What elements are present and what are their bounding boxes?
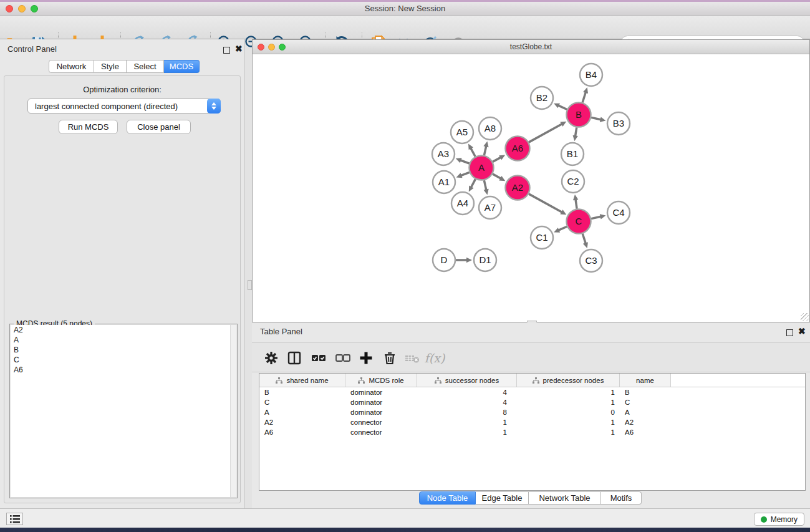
edge-arrowhead [583, 242, 588, 248]
graph-edge[interactable] [493, 157, 501, 162]
control-panel: Control Panel ✖ Network Style Select MCD… [0, 39, 244, 508]
graph-edge[interactable] [582, 234, 586, 244]
graph-edge[interactable] [529, 194, 562, 213]
tab-select[interactable]: Select [127, 60, 164, 73]
net-maximize-traffic-light[interactable] [279, 44, 286, 51]
maximize-traffic-light[interactable] [31, 5, 38, 12]
criterion-dropdown[interactable]: largest connected component (directed) [27, 99, 221, 114]
table-cell: A [620, 409, 671, 416]
graph-edge[interactable] [470, 148, 475, 157]
criterion-value: largest connected component (directed) [28, 102, 207, 111]
main-toolbar [0, 16, 810, 39]
run-mcds-button[interactable]: Run MCDS [59, 120, 118, 134]
result-scrollbar[interactable] [230, 325, 236, 497]
table-row[interactable]: Adominator80A [259, 407, 805, 417]
table-row[interactable]: Cdominator41C [259, 397, 805, 407]
graph-edge[interactable] [591, 117, 602, 120]
graph-edge[interactable] [591, 216, 602, 219]
header-filler [671, 374, 805, 387]
close-panel-button[interactable]: Close panel [127, 120, 191, 134]
table-cell: A2 [620, 418, 671, 426]
column-header[interactable]: MCDS role [345, 374, 417, 387]
edge-arrowhead [573, 195, 578, 200]
graph-node-label: B3 [613, 118, 624, 128]
task-history-button[interactable] [6, 513, 23, 525]
result-list-item[interactable]: A2 [11, 325, 236, 335]
graph-node-label: A8 [485, 123, 496, 133]
graph-edge[interactable] [576, 199, 577, 209]
column-header[interactable]: successor nodes [417, 374, 517, 387]
table-cell: 1 [417, 418, 517, 426]
graph-node-label: C3 [585, 255, 597, 266]
mcds-result-list[interactable]: A2ABCA6 [11, 325, 236, 497]
network-canvas[interactable]: AA1A2A3A4A5A6A7A8BB1B2B3B4CC1C2C3C4DD1 [253, 54, 809, 322]
table-row[interactable]: A6connector11A6 [259, 427, 805, 437]
tab-node-table[interactable]: Node Table [419, 491, 476, 505]
column-manager-icon[interactable] [285, 349, 304, 367]
float-panel-icon[interactable] [786, 327, 793, 339]
close-panel-icon[interactable]: ✖ [235, 46, 243, 52]
table-panel-header: Table Panel ✖ [252, 326, 810, 338]
function-builder-icon[interactable]: f(x) [425, 349, 444, 367]
column-header[interactable]: name [620, 374, 671, 387]
result-list-item[interactable]: A [11, 335, 236, 345]
graph-edge[interactable] [484, 145, 486, 155]
desktop-wallpaper-bottom [0, 528, 810, 532]
tab-network-table[interactable]: Network Table [529, 491, 601, 505]
graph-edge[interactable] [484, 180, 486, 191]
table-cell: C [259, 399, 345, 406]
table-panel-title: Table Panel [260, 327, 302, 336]
graph-edge[interactable] [558, 226, 567, 230]
graph-edge[interactable] [460, 160, 469, 163]
graph-edge[interactable] [575, 127, 576, 137]
table-cell: 8 [417, 409, 517, 416]
close-panel-icon[interactable]: ✖ [798, 328, 806, 335]
net-close-traffic-light[interactable] [258, 44, 264, 51]
graph-edge[interactable] [582, 92, 586, 103]
graph-node-label: B2 [536, 92, 547, 103]
column-header[interactable]: predecessor nodes [517, 374, 620, 387]
select-all-checkboxes-icon[interactable] [309, 349, 328, 367]
graph-edge[interactable] [493, 174, 501, 179]
memory-label: Memory [771, 515, 798, 524]
delete-row-icon[interactable] [380, 349, 399, 367]
graph-node-label: C4 [612, 207, 624, 218]
graph-edge[interactable] [460, 172, 470, 176]
net-minimize-traffic-light[interactable] [268, 44, 275, 51]
graph-node-label: A7 [485, 202, 496, 213]
graph-edge[interactable] [557, 105, 567, 110]
result-list-item[interactable]: A6 [11, 365, 236, 375]
delete-table-icon[interactable] [403, 349, 422, 367]
edge-arrowhead [483, 141, 488, 147]
list-icon [10, 515, 20, 523]
table-row[interactable]: Bdominator41B [259, 387, 805, 397]
tab-style[interactable]: Style [94, 60, 127, 73]
result-list-item[interactable]: B [11, 345, 236, 355]
graph-edge[interactable] [529, 123, 562, 142]
table-row[interactable]: A2connector11A2 [259, 417, 805, 427]
graph-node-label: B4 [586, 69, 597, 80]
clear-all-checkboxes-icon[interactable] [334, 349, 352, 367]
minimize-traffic-light[interactable] [18, 5, 26, 12]
tab-network[interactable]: Network [49, 60, 94, 73]
memory-status-icon [761, 516, 767, 523]
float-panel-icon[interactable] [223, 45, 230, 56]
add-row-icon[interactable] [357, 349, 375, 367]
table-settings-icon[interactable] [262, 349, 281, 367]
network-window-title: testGlobe.txt [253, 42, 809, 51]
column-header[interactable]: shared name [259, 374, 345, 387]
edge-arrowhead [583, 87, 588, 94]
split-divider-handle[interactable] [248, 280, 252, 290]
table-cell: dominator [345, 409, 417, 416]
graph-edge[interactable] [471, 179, 475, 188]
tab-motifs[interactable]: Motifs [601, 491, 642, 505]
network-window-titlebar[interactable]: testGlobe.txt [253, 40, 809, 54]
column-type-icon [533, 377, 539, 384]
memory-button[interactable]: Memory [754, 513, 804, 526]
tab-mcds[interactable]: MCDS [164, 60, 200, 73]
result-list-item[interactable]: C [11, 355, 236, 365]
node-table[interactable]: shared nameMCDS rolesuccessor nodesprede… [259, 373, 806, 491]
close-traffic-light[interactable] [6, 5, 13, 12]
window-resize-grip[interactable] [801, 313, 809, 321]
tab-edge-table[interactable]: Edge Table [476, 491, 529, 505]
